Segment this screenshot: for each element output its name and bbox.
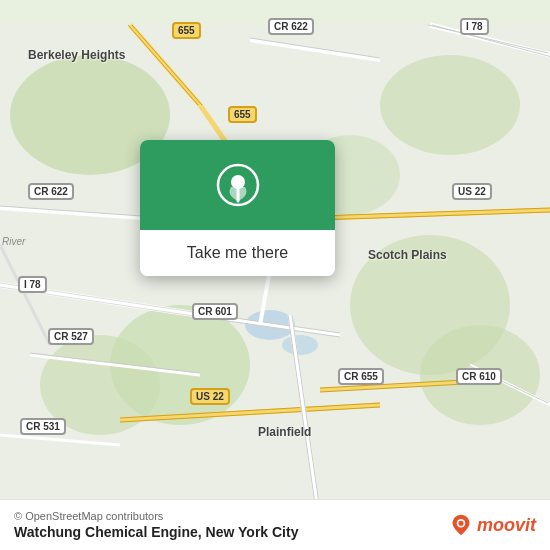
road-badge-cr610: CR 610	[456, 368, 502, 385]
popup-card: Take me there	[140, 140, 335, 276]
svg-point-51	[458, 521, 463, 526]
svg-point-3	[380, 55, 520, 155]
copyright-text: © OpenStreetMap contributors	[14, 510, 298, 522]
road-badge-cr655-bot: CR 655	[338, 368, 384, 385]
bottom-bar: © OpenStreetMap contributors Watchung Ch…	[0, 499, 550, 550]
bottom-left-info: © OpenStreetMap contributors Watchung Ch…	[14, 510, 298, 540]
place-label-scotch-plains: Scotch Plains	[368, 248, 447, 262]
place-label-plainfield: Plainfield	[258, 425, 311, 439]
road-badge-655-top: 655	[172, 22, 201, 39]
svg-text:River: River	[2, 236, 26, 247]
road-badge-cr531: CR 531	[20, 418, 66, 435]
moovit-pin-icon	[450, 514, 472, 536]
road-badge-cr601: CR 601	[192, 303, 238, 320]
svg-point-49	[231, 175, 245, 189]
location-title: Watchung Chemical Engine, New York City	[14, 524, 298, 540]
road-badge-655-mid: 655	[228, 106, 257, 123]
road-badge-cr622-top: CR 622	[268, 18, 314, 35]
road-badge-i78-left: I 78	[18, 276, 47, 293]
popup-header	[140, 140, 335, 230]
take-me-there-button[interactable]: Take me there	[140, 230, 335, 276]
moovit-logo: moovit	[450, 514, 536, 536]
map-container: River Berkeley Heights Scotch Plains Pla…	[0, 0, 550, 550]
road-badge-us22-bot: US 22	[190, 388, 230, 405]
road-badge-us22-right: US 22	[452, 183, 492, 200]
road-badge-cr622-left: CR 622	[28, 183, 74, 200]
road-badge-i78-top: I 78	[460, 18, 489, 35]
place-label-berkeley-heights: Berkeley Heights	[28, 48, 125, 62]
svg-point-10	[282, 335, 318, 355]
road-badge-cr527: CR 527	[48, 328, 94, 345]
moovit-brand-text: moovit	[477, 515, 536, 536]
map-pin-icon	[216, 163, 260, 207]
